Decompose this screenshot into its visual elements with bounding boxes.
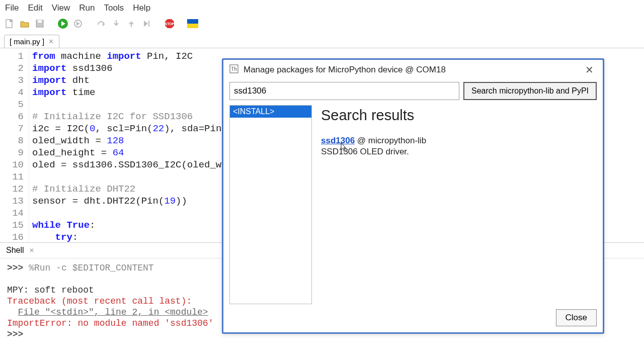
run-icon[interactable]: [57, 18, 68, 29]
open-file-icon[interactable]: [19, 18, 30, 29]
menu-file[interactable]: File: [5, 3, 19, 13]
package-list-panel[interactable]: <INSTALL>: [229, 105, 312, 304]
close-icon[interactable]: ✕: [48, 38, 54, 45]
step-over-icon[interactable]: [96, 18, 107, 29]
flag-icon[interactable]: [187, 18, 198, 29]
dialog-titlebar: Th Manage packages for MicroPython devic…: [223, 60, 603, 80]
close-button[interactable]: Close: [556, 309, 597, 326]
new-file-icon[interactable]: [4, 18, 15, 29]
menu-view[interactable]: View: [52, 3, 70, 13]
stop-icon[interactable]: STOP: [164, 18, 175, 29]
result-link-ssd1306[interactable]: ssd1306: [321, 136, 355, 145]
menu-run[interactable]: Run: [79, 3, 95, 13]
results-heading: Search results: [321, 107, 595, 124]
svg-text:STOP: STOP: [165, 22, 175, 26]
close-icon[interactable]: ✕: [582, 64, 597, 76]
editor-tabs: [ main.py ] ✕: [0, 35, 644, 48]
shell-run-cmd: %Run -c $EDITOR_CONTENT: [29, 263, 153, 273]
package-search-input[interactable]: [229, 82, 459, 100]
shell-prompt: >>>: [7, 263, 23, 273]
resume-icon[interactable]: [141, 18, 152, 29]
toolbar: STOP: [0, 16, 644, 35]
results-panel: Search results ssd1306 @ micropython-lib…: [319, 105, 597, 304]
shell-prompt: >>>: [7, 329, 23, 339]
close-icon[interactable]: ✕: [29, 247, 34, 254]
menubar: File Edit View Run Tools Help: [0, 0, 644, 16]
svg-rect-5: [148, 21, 149, 27]
menu-edit[interactable]: Edit: [28, 3, 42, 13]
tab-main-py[interactable]: [ main.py ] ✕: [4, 35, 59, 48]
save-icon[interactable]: [34, 18, 45, 29]
result-source: @ micropython-lib: [355, 136, 426, 145]
package-manager-dialog: Th Manage packages for MicroPython devic…: [222, 58, 604, 334]
line-gutter: 12345678910111213141516: [0, 48, 29, 242]
menu-tools[interactable]: Tools: [104, 3, 124, 13]
svg-rect-9: [187, 24, 198, 28]
step-out-icon[interactable]: [126, 18, 137, 29]
debug-icon[interactable]: [72, 18, 84, 29]
install-entry[interactable]: <INSTALL>: [230, 106, 311, 118]
svg-rect-2: [38, 20, 42, 23]
step-into-icon[interactable]: [111, 18, 122, 29]
svg-text:Th: Th: [231, 66, 237, 72]
tab-label: [ main.py ]: [10, 37, 44, 46]
result-description: SSD1306 OLED driver.: [321, 147, 595, 157]
package-icon: Th: [229, 64, 238, 76]
shell-label: Shell: [6, 246, 24, 255]
search-button[interactable]: Search micropython-lib and PyPI: [463, 82, 597, 100]
dialog-title-text: Manage packages for MicroPython device @…: [244, 65, 446, 75]
svg-rect-8: [187, 19, 198, 24]
menu-help[interactable]: Help: [133, 3, 150, 13]
